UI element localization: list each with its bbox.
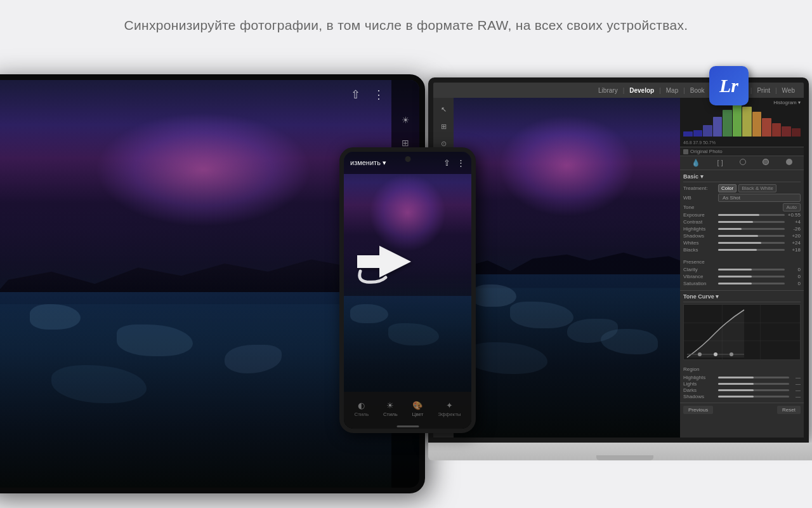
phone-edit-label[interactable]: изменить ▾	[350, 159, 386, 167]
wb-row: WB As Shot	[683, 194, 801, 202]
darks-label: Darks	[683, 387, 716, 393]
laptop-notch	[596, 455, 653, 460]
phone-camera	[405, 156, 410, 162]
lr-tool-cursor[interactable]: ↖	[441, 105, 447, 114]
phone-tab-light[interactable]: ☀ Стиль	[383, 401, 398, 417]
lr-bracket[interactable]: [ ]	[717, 159, 723, 167]
svg-point-7	[714, 352, 717, 356]
toolbar-light-icon[interactable]: ☀	[402, 115, 410, 125]
highlights-label: Highlights	[683, 226, 716, 232]
lr-circle3[interactable]	[786, 159, 792, 165]
phone-header-bar: изменить ▾ ⇧ ⋮	[344, 152, 471, 174]
share-icon[interactable]: ⇧	[351, 88, 360, 102]
highlights-row: Highlights -26	[683, 226, 801, 232]
reset-button[interactable]: Reset	[777, 406, 801, 414]
region-text: Region	[683, 366, 699, 372]
phone: изменить ▾ ⇧ ⋮ ◐ Стиль ☀ Стиль 🎨 Ц	[339, 147, 476, 433]
tone-curve-header: Tone Curve ▾	[683, 292, 801, 302]
blacks-value: +18	[787, 247, 801, 253]
vibrance-label: Vibrance	[683, 274, 716, 279]
tone-row: Tone Auto	[683, 203, 801, 211]
laptop: Lr Library | Develop | Map | Book | Slid…	[428, 77, 812, 460]
laptop-screen: Library | Develop | Map | Book | Slidesh…	[428, 77, 809, 443]
lr-eyedropper[interactable]: 💧	[691, 159, 700, 167]
wb-label: WB	[683, 195, 716, 201]
tone-label: Tone	[683, 204, 694, 210]
whites-row: Whites +24	[683, 240, 801, 246]
exposure-value: +0.55	[787, 212, 801, 218]
basic-label: Basic ▾	[683, 173, 704, 180]
color-btn[interactable]: Color	[718, 184, 737, 192]
clarity-row: Clarity 0	[683, 267, 801, 272]
highlights-value: -26	[787, 226, 801, 232]
vibrance-value: 0	[787, 274, 801, 279]
more-icon[interactable]: ⋮	[373, 88, 384, 102]
header-section: Синхронизируйте фотографии, в том числе …	[0, 0, 812, 43]
menu-print[interactable]: Print	[753, 87, 774, 94]
shadows-row: Shadows +20	[683, 233, 801, 239]
tablet-top-icons: ⇧ ⋮	[351, 88, 384, 102]
lr-circle1[interactable]	[740, 159, 746, 165]
phone-bottom-bar: ◐ Стиль ☀ Стиль 🎨 Цвет ✦ Эффекты	[344, 392, 471, 429]
contrast-value: +4	[787, 219, 801, 225]
laptop-base	[428, 443, 812, 460]
svg-marker-0	[357, 246, 411, 277]
menu-map[interactable]: Map	[662, 87, 682, 94]
phone-screen: изменить ▾ ⇧ ⋮ ◐ Стиль ☀ Стиль 🎨 Ц	[344, 152, 471, 429]
whites-value: +24	[787, 240, 801, 246]
auto-btn[interactable]: Auto	[783, 203, 801, 211]
lr-logo: Lr	[709, 66, 749, 105]
menu-items: Library | Develop | Map | Book | Slidesh…	[594, 87, 799, 94]
clarity-value: 0	[787, 267, 801, 272]
sync-arrow	[354, 236, 430, 290]
phone-tab-style[interactable]: ◐ Стиль	[354, 401, 369, 417]
header-text: Синхронизируйте фотографии, в том числе …	[63, 18, 749, 33]
lr-right-panel: Histogram ▾	[680, 98, 804, 438]
contrast-row: Contrast +4	[683, 219, 801, 225]
previous-button[interactable]: Previous	[683, 406, 713, 414]
presence-label: Presence	[683, 259, 705, 265]
menu-develop[interactable]: Develop	[625, 87, 658, 94]
lr-basic-header: Basic ▾	[683, 171, 801, 182]
menu-book[interactable]: Book	[686, 87, 709, 94]
vibrance-row: Vibrance 0	[683, 274, 801, 279]
highlights-curve-label: Highlights	[683, 375, 716, 380]
shadows-curve-label: Shadows	[683, 394, 716, 399]
region-label: Region	[683, 362, 801, 373]
contrast-label: Contrast	[683, 219, 716, 225]
presence-label-row: Presence	[683, 255, 801, 266]
svg-point-8	[730, 352, 733, 356]
phone-tab-effects[interactable]: ✦ Эффекты	[438, 401, 461, 417]
laptop-photo-area	[454, 98, 680, 438]
phone-home-indicator	[396, 425, 419, 427]
blacks-label: Blacks	[683, 247, 716, 253]
svg-point-6	[698, 352, 702, 356]
wb-value[interactable]: As Shot	[718, 194, 801, 202]
phone-tab-color[interactable]: 🎨 Цвет	[412, 401, 423, 417]
whites-label: Whites	[683, 240, 716, 246]
lr-tool-crop[interactable]: ⊞	[441, 123, 447, 131]
tone-curve-label: Tone Curve ▾	[683, 293, 719, 300]
saturation-label: Saturation	[683, 281, 716, 286]
toolbar-crop-icon[interactable]: ⊞	[402, 138, 409, 148]
saturation-value: 0	[787, 281, 801, 286]
shadows-label: Shadows	[683, 233, 716, 239]
phone-share-icon[interactable]: ⇧	[443, 158, 450, 168]
lr-logo-text: Lr	[719, 76, 738, 95]
tone-curve-chart	[683, 304, 801, 360]
menu-library[interactable]: Library	[594, 87, 622, 94]
exposure-label: Exposure	[683, 212, 716, 218]
bw-btn[interactable]: Black & White	[738, 184, 776, 192]
histogram-numbers: 46.8 37.9 50.7%	[683, 140, 716, 145]
menu-web[interactable]: Web	[778, 87, 799, 94]
saturation-row: Saturation 0	[683, 281, 801, 286]
lr-bottom-buttons: Previous Reset	[680, 403, 804, 417]
phone-header-icons: ⇧ ⋮	[443, 158, 465, 168]
arrow-svg	[354, 236, 430, 287]
treatment-row: Treatment: Color Black & White	[683, 184, 801, 192]
lr-circle2[interactable]	[763, 159, 769, 165]
shadows-value: +20	[787, 233, 801, 239]
clarity-label: Clarity	[683, 267, 716, 272]
phone-more-icon[interactable]: ⋮	[457, 158, 465, 168]
blacks-row: Blacks +18	[683, 247, 801, 253]
